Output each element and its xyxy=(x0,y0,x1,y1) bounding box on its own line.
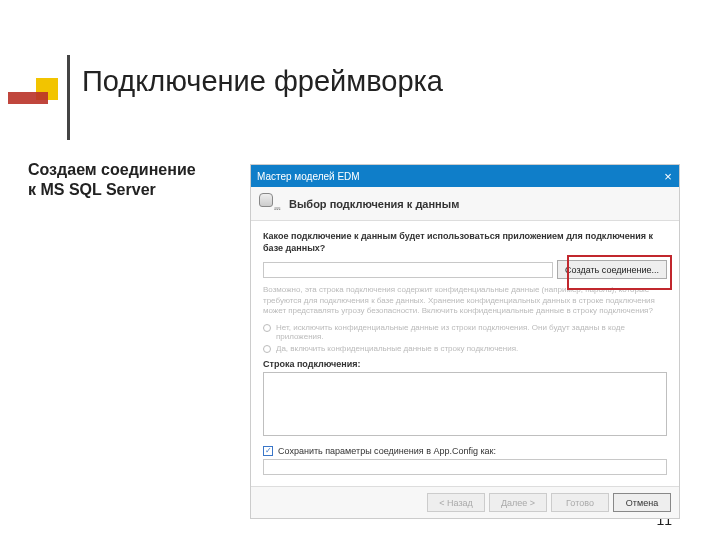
dialog-body: Какое подключение к данным будет использ… xyxy=(251,221,679,483)
dialog-subtitle: Выбор подключения к данным xyxy=(289,198,459,210)
connection-dropdown[interactable] xyxy=(263,262,553,278)
slide-accent-deco xyxy=(8,78,52,118)
cancel-button[interactable]: Отмена xyxy=(613,493,671,512)
database-plug-icon: ⎓ xyxy=(259,193,281,215)
dialog-subheader: ⎓ Выбор подключения к данным xyxy=(251,187,679,221)
connection-prompt: Какое подключение к данным будет использ… xyxy=(263,231,667,254)
back-button[interactable]: < Назад xyxy=(427,493,485,512)
radio-icon xyxy=(263,345,271,353)
radio-include-sensitive[interactable]: Да, включить конфиденциальные данные в с… xyxy=(263,344,667,353)
edm-wizard-dialog: Мастер моделей EDM × ⎓ Выбор подключения… xyxy=(250,164,680,519)
save-settings-row[interactable]: ✓ Сохранить параметры соединения в App.C… xyxy=(263,446,667,456)
checkbox-icon: ✓ xyxy=(263,446,273,456)
close-icon[interactable]: × xyxy=(657,165,679,187)
dialog-footer: < Назад Далее > Готово Отмена xyxy=(251,486,679,518)
slide-side-text: Создаем соединение к MS SQL Server xyxy=(28,160,208,200)
config-name-input[interactable] xyxy=(263,459,667,475)
dialog-title-text: Мастер моделей EDM xyxy=(257,171,360,182)
connection-string-label: Строка подключения: xyxy=(263,359,667,369)
security-warning-text: Возможно, эта строка подключения содержи… xyxy=(263,285,667,316)
radio-exclude-sensitive[interactable]: Нет, исключить конфиденциальные данные и… xyxy=(263,323,667,341)
finish-button[interactable]: Готово xyxy=(551,493,609,512)
next-button[interactable]: Далее > xyxy=(489,493,547,512)
dialog-titlebar[interactable]: Мастер моделей EDM × xyxy=(251,165,679,187)
create-connection-button[interactable]: Создать соединение... xyxy=(557,260,667,279)
connection-row: Создать соединение... xyxy=(263,260,667,279)
radio-icon xyxy=(263,324,271,332)
save-settings-label: Сохранить параметры соединения в App.Con… xyxy=(278,446,496,456)
slide-title: Подключение фреймворка xyxy=(67,55,443,140)
connection-string-textarea[interactable] xyxy=(263,372,667,436)
radio-exclude-label: Нет, исключить конфиденциальные данные и… xyxy=(276,323,667,341)
radio-include-label: Да, включить конфиденциальные данные в с… xyxy=(276,344,518,353)
